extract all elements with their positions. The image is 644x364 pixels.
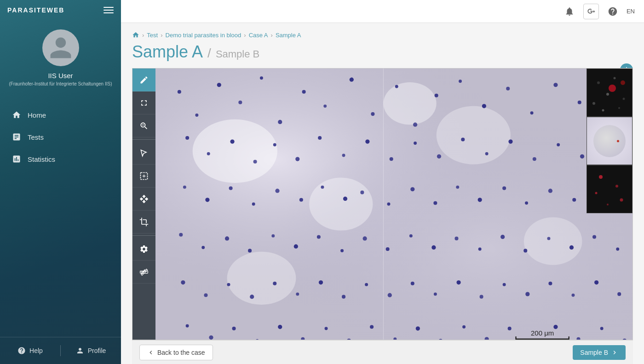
- sidebar-item-statistics[interactable]: Statistics: [5, 149, 116, 169]
- tool-select[interactable]: [132, 142, 155, 165]
- sidebar-item-tests-label: Tests: [28, 133, 44, 141]
- svg-point-15: [260, 76, 263, 80]
- minimap-thumb-2[interactable]: [586, 117, 632, 165]
- language-selector[interactable]: EN: [627, 8, 635, 15]
- svg-point-17: [302, 90, 306, 94]
- bottom-nav: Back to the case Sample B: [132, 340, 633, 364]
- fullscreen-icon: [139, 98, 149, 108]
- svg-point-71: [179, 233, 183, 237]
- svg-point-141: [592, 102, 595, 105]
- viewer-toolbar: [132, 68, 155, 340]
- tool-zoom[interactable]: [132, 114, 155, 137]
- svg-point-52: [205, 198, 209, 202]
- svg-point-97: [319, 280, 323, 284]
- svg-point-137: [597, 81, 600, 84]
- svg-point-51: [183, 186, 186, 189]
- breadcrumb-demo[interactable]: Demo trial parasites in blood: [166, 32, 242, 39]
- settings-icon: [139, 245, 149, 254]
- next-btn-label: Sample B: [580, 349, 608, 356]
- svg-point-67: [548, 189, 552, 193]
- svg-point-24: [459, 80, 462, 83]
- svg-point-33: [207, 152, 210, 155]
- help-button[interactable]: Help: [0, 344, 60, 358]
- svg-point-110: [617, 292, 621, 296]
- minimap-thumb-3[interactable]: [586, 165, 632, 213]
- svg-point-62: [433, 201, 437, 205]
- svg-point-150: [620, 199, 623, 202]
- profile-button[interactable]: Profile: [61, 344, 121, 358]
- svg-point-140: [623, 98, 625, 100]
- svg-point-139: [606, 93, 609, 96]
- svg-point-144: [609, 85, 616, 92]
- svg-point-56: [299, 198, 303, 202]
- back-btn-label: Back to the case: [157, 349, 205, 356]
- svg-point-19: [350, 78, 354, 82]
- google-plus-button[interactable]: [583, 4, 599, 19]
- breadcrumb-sep-2: ›: [161, 32, 162, 39]
- help-topbar-button[interactable]: [606, 5, 619, 18]
- svg-point-25: [482, 104, 486, 108]
- svg-point-143: [602, 109, 604, 112]
- svg-point-104: [480, 295, 483, 299]
- svg-point-5: [193, 119, 277, 183]
- svg-point-145: [621, 80, 625, 85]
- notification-button[interactable]: [563, 5, 576, 18]
- tool-fullscreen[interactable]: [132, 91, 155, 114]
- page-title-row: Sample A / Sample B: [132, 42, 633, 62]
- tool-crop[interactable]: [132, 210, 155, 233]
- svg-point-113: [232, 327, 236, 330]
- sidebar-item-home[interactable]: Home: [5, 105, 116, 125]
- svg-point-98: [342, 295, 345, 299]
- select-icon: [139, 148, 149, 158]
- svg-point-28: [553, 83, 558, 87]
- minimap-dot: [617, 140, 619, 142]
- svg-point-39: [342, 154, 345, 157]
- svg-point-8: [524, 217, 582, 265]
- svg-point-79: [363, 236, 367, 240]
- tool-move[interactable]: [132, 188, 155, 210]
- tool-region[interactable]: [132, 165, 155, 188]
- microscope-image[interactable]: 200 μm: [155, 68, 632, 340]
- svg-point-90: [616, 247, 619, 250]
- region-icon: [139, 171, 149, 181]
- page-title-main: Sample A: [132, 42, 203, 62]
- next-arrow-icon: [611, 349, 618, 356]
- sidebar-footer: Help Profile: [0, 337, 121, 364]
- sidebar-item-statistics-label: Statistics: [28, 155, 55, 163]
- sidebar-item-tests[interactable]: Tests: [5, 127, 116, 147]
- breadcrumb-case[interactable]: Case A: [249, 32, 268, 39]
- svg-point-85: [500, 235, 505, 239]
- svg-point-6: [309, 177, 373, 230]
- svg-text:200 μm: 200 μm: [531, 329, 554, 337]
- svg-point-46: [508, 139, 512, 143]
- svg-point-112: [209, 336, 213, 340]
- help-label: Help: [29, 347, 43, 354]
- back-to-case-button[interactable]: Back to the case: [139, 345, 213, 360]
- title-separator: /: [207, 46, 211, 61]
- svg-point-125: [508, 327, 512, 330]
- google-plus-icon: [587, 7, 595, 16]
- next-sample-button[interactable]: Sample B: [573, 345, 626, 360]
- svg-point-57: [321, 186, 324, 189]
- content-area: i › Test › Demo trial parasites in blood…: [121, 23, 644, 364]
- breadcrumb-home[interactable]: [132, 31, 139, 39]
- svg-point-11: [178, 90, 181, 94]
- breadcrumb-test[interactable]: Test: [147, 32, 158, 39]
- menu-icon[interactable]: [104, 7, 114, 13]
- svg-point-9: [227, 252, 296, 305]
- user-org: (Fraunhofer-Institut für Integrierte Sch…: [2, 81, 120, 86]
- svg-point-84: [478, 247, 482, 250]
- tool-settings[interactable]: [132, 238, 155, 261]
- svg-point-34: [230, 139, 234, 143]
- svg-point-127: [553, 325, 558, 329]
- tool-annotate[interactable]: [132, 68, 155, 91]
- tool-ruler[interactable]: [132, 261, 155, 284]
- back-arrow-icon: [147, 349, 155, 356]
- svg-point-43: [437, 154, 441, 159]
- minimap-thumb-1[interactable]: [586, 68, 632, 117]
- slide-svg: 200 μm: [155, 68, 632, 340]
- svg-point-123: [462, 325, 466, 329]
- svg-point-23: [435, 94, 438, 97]
- svg-point-66: [525, 201, 528, 205]
- svg-point-49: [580, 154, 584, 159]
